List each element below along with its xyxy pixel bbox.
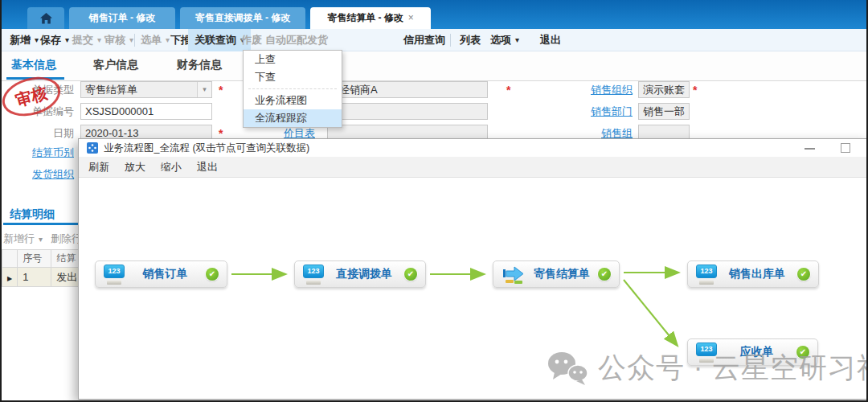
exit-button[interactable]: 退出 — [540, 29, 561, 51]
check-icon — [404, 268, 417, 281]
required-asterisk: * — [506, 81, 510, 98]
flow-node-sales-order[interactable]: 123 销售订单 — [95, 260, 227, 288]
home-tab[interactable] — [27, 7, 64, 29]
flow-node-sales-outbound[interactable]: 123 销售出库单 — [687, 260, 819, 288]
app-logo-icon — [87, 142, 98, 154]
dealer-field[interactable]: 经销商A — [327, 81, 488, 98]
doc-type-select[interactable]: 寄售结算单▾ — [80, 81, 212, 98]
maximize-button[interactable] — [841, 143, 850, 153]
chat-bubbles-icon — [547, 351, 588, 386]
tab-close-icon[interactable]: × — [408, 12, 414, 23]
audit-button[interactable]: 审核 — [104, 29, 133, 51]
doc-123-icon: 123 — [303, 265, 324, 285]
exit-popup-button[interactable]: 退出 — [197, 157, 218, 178]
popup-toolbar: 刷新 放大 缩小 退出 — [79, 157, 868, 178]
tab-sales-order[interactable]: 销售订单 - 修改 — [69, 7, 175, 29]
tab-customer-info[interactable]: 客户信息 — [93, 58, 138, 72]
tab-consign-settlement-active[interactable]: 寄售结算单 - 修改× — [310, 7, 431, 29]
popup-title-bar[interactable]: 业务流程图_全流程 (双击节点可查询关联数据) — [79, 139, 868, 157]
refresh-button[interactable]: 刷新 — [88, 157, 109, 178]
zoom-in-button[interactable]: 放大 — [125, 157, 145, 178]
required-asterisk: * — [219, 81, 223, 98]
settle-currency-label[interactable]: 结算币别 — [6, 144, 74, 161]
menu-item-business-flowchart[interactable]: 业务流程图 — [244, 92, 342, 109]
command-toolbar: 新增 保存 提交 审核 选单 下推 关联查询 作废 自动匹配发货 信用查询 列表… — [2, 29, 866, 51]
sales-dept-label[interactable]: 销售部门 — [564, 103, 633, 120]
menu-item-trace-down[interactable]: 下查 — [244, 68, 342, 86]
detail-section-underline — [3, 223, 80, 225]
flow-node-consign-settlement[interactable]: 寄售结算单 — [493, 260, 620, 288]
row-marker-header — [2, 250, 18, 268]
tab-label: 寄售结算单 - 修改 — [327, 12, 403, 23]
tab-basic-info[interactable]: 基本信息 — [11, 58, 56, 72]
doc-123-icon: 123 — [104, 265, 125, 285]
flow-node-direct-transfer[interactable]: 123 直接调拨单 — [294, 260, 426, 288]
chevron-down-icon[interactable]: ▾ — [197, 82, 211, 97]
grid-actions: 新增行删除行 — [3, 232, 82, 246]
zoom-out-button[interactable]: 缩小 — [161, 157, 182, 178]
required-asterisk: * — [693, 81, 697, 98]
new-button[interactable]: 新增 — [10, 29, 39, 51]
auto-match-delivery-button[interactable]: 自动匹配发货 — [265, 29, 328, 51]
select-doc-button[interactable]: 选单 — [141, 29, 170, 51]
sales-org-field[interactable]: 演示账套 — [638, 81, 690, 98]
credit-query-button[interactable]: 信用查询 — [403, 29, 445, 51]
menu-divider — [248, 88, 337, 89]
tab-finance-info[interactable]: 财务信息 — [177, 58, 222, 72]
sales-dept-field[interactable]: 销售一部 — [638, 103, 690, 120]
tab-consign-transfer[interactable]: 寄售直接调拨单 - 修改 — [180, 7, 305, 29]
detail-section-title: 结算明细 — [10, 207, 55, 222]
doc-123-icon: 123 — [696, 265, 717, 285]
flow-node-label: 销售订单 — [125, 267, 206, 281]
date-label: 日期 — [2, 125, 74, 142]
watermark: 公众号 · 云星空研习社 — [547, 349, 868, 387]
flow-node-label: 直接调拨单 — [324, 267, 404, 281]
check-icon — [598, 268, 611, 281]
check-icon — [206, 268, 219, 281]
options-button[interactable]: 选项 — [490, 29, 519, 51]
save-button[interactable]: 保存 — [40, 29, 69, 51]
doc-no-field[interactable]: XSJSD000001 — [80, 103, 212, 120]
empty-field[interactable] — [327, 103, 488, 120]
association-query-menu: 上查 下查 业务流程图 全流程跟踪 — [243, 50, 342, 128]
submit-button[interactable]: 提交 — [72, 29, 101, 51]
toolbar-separator — [134, 34, 135, 47]
list-button[interactable]: 列表 — [460, 29, 481, 51]
menu-item-trace-up[interactable]: 上查 — [244, 51, 342, 68]
flow-node-label: 销售出库单 — [717, 267, 797, 281]
watermark-text: 公众号 · 云星空研习社 — [598, 349, 868, 387]
form-tab-strip: 基本信息 客户信息 财务信息 — [2, 51, 866, 81]
menu-item-full-flow-trace[interactable]: 全流程跟踪 — [244, 109, 342, 127]
current-arrow-icon — [502, 264, 526, 285]
current-row-marker-icon: ▶ — [7, 275, 12, 282]
toolbar-separator — [450, 34, 451, 47]
add-row-button[interactable]: 新增行 — [3, 232, 51, 244]
void-button[interactable]: 作废 — [241, 29, 262, 51]
delivery-org-label[interactable]: 发货组织 — [6, 166, 74, 183]
app-window: 销售订单 - 修改 寄售直接调拨单 - 修改 寄售结算单 - 修改× 新增 保存… — [0, 0, 868, 402]
check-icon — [797, 268, 810, 281]
flow-node-label: 寄售结算单 — [526, 267, 598, 281]
top-header-bar: 销售订单 - 修改 寄售直接调拨单 - 修改 寄售结算单 - 修改× — [2, 0, 866, 29]
sales-org-label[interactable]: 销售组织 — [564, 81, 633, 98]
col-header-seq: 序号 — [18, 250, 51, 268]
popup-title: 业务流程图_全流程 (双击节点可查询关联数据) — [104, 139, 309, 157]
minimize-button[interactable] — [805, 148, 815, 150]
home-icon — [40, 13, 52, 24]
